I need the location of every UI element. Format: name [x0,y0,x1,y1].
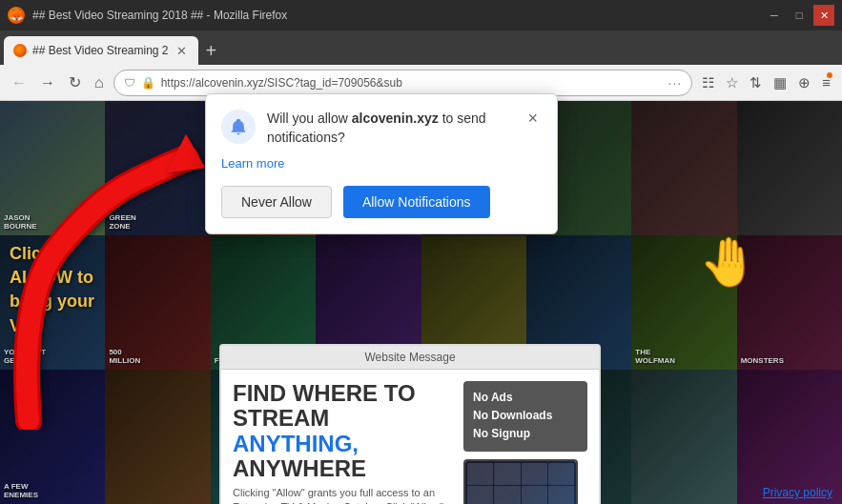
firefox-icon: 🦊 [8,7,25,24]
movie-cell: GREENZONE [105,101,210,235]
movie-cell [737,101,842,235]
notification-popup: Will you allow alcovenin.xyz to send not… [205,93,558,234]
active-tab[interactable]: ## Best Video Streaming 2 ✕ [4,36,198,65]
privacy-policy-link[interactable]: Privacy policy [763,486,832,499]
website-message-right: No Ads No Downloads No Signup [463,381,587,504]
container-icon[interactable]: ▦ [770,71,791,95]
popup-close-button[interactable]: × [524,110,542,127]
title-line1: FIND WHERE TO STREAM [233,380,416,431]
allow-notifications-button[interactable]: Allow Notifications [343,186,490,218]
movie-cell: 500MILLION [105,235,210,370]
forward-button[interactable]: → [36,71,59,95]
new-tab-button[interactable]: + [198,40,225,62]
url-bar[interactable]: 🛡 🔒 https://alcovenin.xyz/SISC?tag_id=70… [113,70,693,96]
browser-title: ## Best Video Streaming 2018 ## - Mozill… [32,9,287,22]
website-message-left: FIND WHERE TO STREAM ANYTHING, ANYWHERE … [233,381,452,504]
movie-cell [631,101,736,235]
movie-cell: MONSTERS [737,235,842,370]
url-more-icon[interactable]: ··· [668,75,683,91]
laptop-screen [465,461,576,504]
movie-cell: A FEWENEMIES [0,370,105,504]
maximize-button[interactable]: □ [789,5,810,26]
popup-content: Will you allow alcovenin.xyz to send not… [267,110,524,147]
tab-title: ## Best Video Streaming 2 [32,44,169,57]
no-downloads-badge: No Downloads [473,407,578,425]
home-button[interactable]: ⌂ [91,71,108,95]
shield-icon: 🛡 [124,76,135,90]
notification-domain: alcovenin.xyz [352,111,439,126]
movie-cell [631,370,736,504]
laptop-image [463,459,578,504]
notification-bell-icon [221,110,256,144]
no-ads-badges: No Ads No Downloads No Signup [463,381,587,452]
popup-question: Will you allow alcovenin.xyz to send not… [267,110,524,147]
website-message-box: Website Message FIND WHERE TO STREAM ANY… [219,344,601,504]
title-bar: 🦊 ## Best Video Streaming 2018 ## - Mozi… [0,0,842,30]
toolbar-icons: ☷ ☆ ⇅ ▦ ⊕ ≡ [698,71,834,95]
tab-close-button[interactable]: ✕ [175,44,189,58]
no-ads-badge: No Ads [473,389,578,407]
popup-buttons: Never Allow Allow Notifications [221,186,542,218]
title-rest: ANYWHERE [233,455,366,481]
never-allow-button[interactable]: Never Allow [221,186,332,218]
back-button[interactable]: ← [8,71,31,95]
website-message-subtitle: Clicking "Allow" grants you full access … [233,486,452,504]
lock-icon: 🔒 [141,76,155,90]
url-text: https://alcovenin.xyz/SISC?tag_id=709056… [161,76,663,90]
movie-cell [105,370,210,504]
movie-cell [737,370,842,504]
bell-svg [229,117,248,136]
window-controls: ─ □ ✕ [764,5,834,26]
zoom-icon[interactable]: ⊕ [794,71,814,95]
no-signup-badge: No Signup [473,425,578,443]
tab-bar: ## Best Video Streaming 2 ✕ + [0,30,842,65]
close-button[interactable]: ✕ [813,5,834,26]
menu-icon[interactable]: ≡ [818,71,834,94]
minimize-button[interactable]: ─ [764,5,785,26]
movie-cell: THEWOLFMAN [631,235,736,370]
movie-cell: JASONBOURNE [0,101,105,235]
popup-header: Will you allow alcovenin.xyz to send not… [221,110,542,147]
browser-window: 🦊 ## Best Video Streaming 2018 ## - Mozi… [0,0,842,504]
refresh-button[interactable]: ↻ [65,70,85,95]
title-colored: ANYTHING, [233,431,359,456]
website-message-header: Website Message [221,346,599,370]
tab-favicon [13,44,27,57]
title-bar-left: 🦊 ## Best Video Streaming 2018 ## - Mozi… [8,7,287,24]
learn-more-link[interactable]: Learn more [221,156,542,171]
movie-cell: YOU DON'TGET TO [0,235,105,370]
synced-tabs-icon[interactable]: ⇅ [746,71,766,95]
pocket-icon[interactable]: ☷ [698,71,718,95]
bookmark-star-icon[interactable]: ☆ [722,71,742,95]
website-message-title: FIND WHERE TO STREAM ANYTHING, ANYWHERE [233,381,452,482]
website-message-body: FIND WHERE TO STREAM ANYTHING, ANYWHERE … [221,370,599,504]
